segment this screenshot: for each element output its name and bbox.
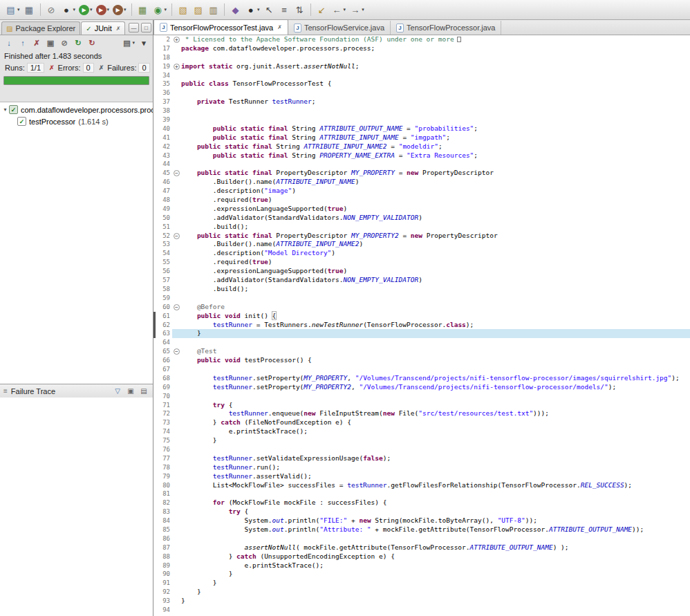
line-number[interactable]: 40 [153, 124, 172, 133]
view-menu-button[interactable]: ▾ [138, 37, 150, 49]
fold-column[interactable]: + [172, 62, 181, 71]
code-line[interactable]: 36 [153, 88, 690, 97]
line-number[interactable]: 75 [153, 436, 172, 445]
code-line[interactable]: 64 [153, 338, 690, 347]
show-skipped-only-button[interactable]: ▣ [44, 37, 57, 49]
code-line[interactable]: 42 public static final String ATTRIBUTE_… [153, 142, 690, 151]
close-icon[interactable]: ✗ [116, 26, 121, 32]
tree-item[interactable]: ✓testProcessor(1.614 s) [0, 115, 153, 127]
new-java-project-button[interactable]: ▧ [176, 2, 190, 17]
line-number[interactable]: 17 [153, 44, 172, 53]
rerun-failed-first-button[interactable]: ↻ [86, 37, 98, 49]
code-line[interactable]: 89 e.printStackTrace(); [153, 561, 690, 570]
show-previous-failure-button[interactable]: ↑ [17, 37, 29, 49]
code-line[interactable]: 50 .addValidator(StandardValidators.NON_… [153, 214, 690, 223]
code-line[interactable]: 55 .required(true) [153, 258, 690, 267]
line-number[interactable]: 49 [153, 205, 172, 214]
code-line[interactable]: 75 } [153, 436, 690, 445]
line-number[interactable]: 61 [153, 312, 172, 321]
line-number[interactable]: 86 [153, 534, 172, 543]
line-number[interactable]: 73 [153, 418, 172, 427]
line-number[interactable]: 56 [153, 267, 172, 276]
code-line[interactable]: 74 e.printStackTrace(); [153, 427, 690, 436]
code-line[interactable]: 43 public static final String PROPERTY_N… [153, 151, 690, 160]
line-number[interactable]: 52 [153, 232, 172, 241]
code-line[interactable]: 85 System.out.println("Attribute: " + mo… [153, 525, 690, 534]
line-number[interactable]: 55 [153, 258, 172, 267]
line-number[interactable]: 77 [153, 454, 172, 463]
show-next-failure-button[interactable]: ↓ [3, 37, 15, 49]
save-button[interactable]: ▦ [22, 2, 37, 17]
code-line[interactable]: 93} [153, 597, 690, 606]
line-number[interactable]: 34 [153, 71, 172, 80]
code-line[interactable]: 38 [153, 106, 690, 115]
fold-expand-icon[interactable]: + [174, 37, 180, 43]
line-number[interactable]: 66 [153, 356, 172, 365]
code-line[interactable]: 59 [153, 294, 690, 303]
code-line[interactable]: 34 [153, 71, 690, 80]
new-package-button[interactable]: ▨ [191, 2, 205, 17]
code-line[interactable]: 73 } catch (FileNotFoundException e) { [153, 418, 690, 427]
line-number[interactable]: 19 [153, 62, 172, 71]
line-number[interactable]: 89 [153, 561, 172, 570]
code-line[interactable]: 71 try { [153, 401, 690, 410]
code-line[interactable]: 56 .expressionLanguageSupported(true) [153, 267, 690, 276]
code-line[interactable]: 78 testRunner.run(); [153, 463, 690, 472]
code-line[interactable]: 76 [153, 445, 690, 454]
code-line[interactable]: 45− public static final PropertyDescript… [153, 169, 690, 178]
line-number[interactable]: 87 [153, 543, 172, 552]
code-line[interactable]: 82 for (MockFlowFile mockFile : successF… [153, 498, 690, 507]
fold-column[interactable]: − [172, 169, 181, 178]
code-line[interactable]: 92 } [153, 588, 690, 597]
forward-button[interactable]: →▾ [348, 2, 366, 17]
code-line[interactable]: 94 [153, 606, 690, 615]
line-number[interactable]: 74 [153, 427, 172, 436]
line-number[interactable]: 47 [153, 187, 172, 196]
server-button[interactable]: ◉▾ [151, 2, 169, 17]
line-number[interactable]: 79 [153, 472, 172, 481]
grid-button[interactable]: ▦ [136, 2, 150, 17]
line-number[interactable]: 84 [153, 516, 172, 525]
editor-tab[interactable]: JTensorFlowProcessorTest.java✗ [153, 19, 288, 35]
code-line[interactable]: 51 .build(); [153, 223, 690, 232]
filter-stack-trace-button[interactable]: ▽ [112, 386, 123, 396]
line-number[interactable]: 39 [153, 115, 172, 124]
fold-collapse-icon[interactable]: − [174, 233, 180, 239]
code-line[interactable]: 87 assertNotNull( mockFile.getAttribute(… [153, 543, 690, 552]
line-number[interactable]: 91 [153, 579, 172, 588]
line-number[interactable]: 70 [153, 392, 172, 401]
line-number[interactable]: 85 [153, 525, 172, 534]
run-last-button[interactable]: ▶▾ [95, 2, 111, 17]
sort-button[interactable]: ⇅ [292, 2, 307, 17]
show-stack-trace-in-console-button[interactable]: ▤ [138, 386, 149, 396]
code-line[interactable]: 72 testRunner.enqueue(new FileInputStrea… [153, 409, 690, 418]
line-number[interactable]: 37 [153, 97, 172, 106]
fold-expand-icon[interactable]: + [174, 64, 180, 70]
line-number[interactable]: 88 [153, 552, 172, 561]
line-number[interactable]: 48 [153, 196, 172, 205]
code-line[interactable]: 70 [153, 392, 690, 401]
code-line[interactable]: 66 public void testProcessor() { [153, 356, 690, 365]
test-run-history-button[interactable]: ▤▾ [120, 37, 136, 49]
editor-tab[interactable]: JTensorFlowProcessor.java [391, 21, 501, 35]
code-line[interactable]: 88 } catch (UnsupportedEncodingException… [153, 552, 690, 561]
code-line[interactable]: 65− @Test [153, 347, 690, 356]
back-button[interactable]: ←▾ [330, 2, 348, 17]
line-number[interactable]: 57 [153, 276, 172, 285]
tree-item[interactable]: ▾✓com.dataflowdeveloper.processors.proce [0, 104, 153, 115]
code-line[interactable]: 52− public static final PropertyDescript… [153, 232, 690, 241]
code-line[interactable]: 91 } [153, 579, 690, 588]
line-number[interactable]: 67 [153, 365, 172, 374]
code-line[interactable]: 81 [153, 489, 690, 498]
code-line[interactable]: 60− @Before [153, 303, 690, 312]
line-number[interactable]: 35 [153, 80, 172, 88]
close-icon[interactable]: ✗ [277, 24, 282, 30]
line-number[interactable]: 71 [153, 401, 172, 410]
line-number[interactable]: 51 [153, 223, 172, 232]
line-number[interactable]: 42 [153, 142, 172, 151]
code-line[interactable]: 53 .Builder().name(ATTRIBUTE_INPUT_NAME2… [153, 240, 690, 249]
code-line[interactable]: 68 testRunner.setProperty(MY_PROPERTY, "… [153, 374, 690, 383]
maximize-view-button[interactable]: □ [141, 23, 151, 32]
line-number[interactable]: 60 [153, 303, 172, 312]
code-line[interactable]: 35public class TensorFlowProcessorTest { [153, 80, 690, 88]
